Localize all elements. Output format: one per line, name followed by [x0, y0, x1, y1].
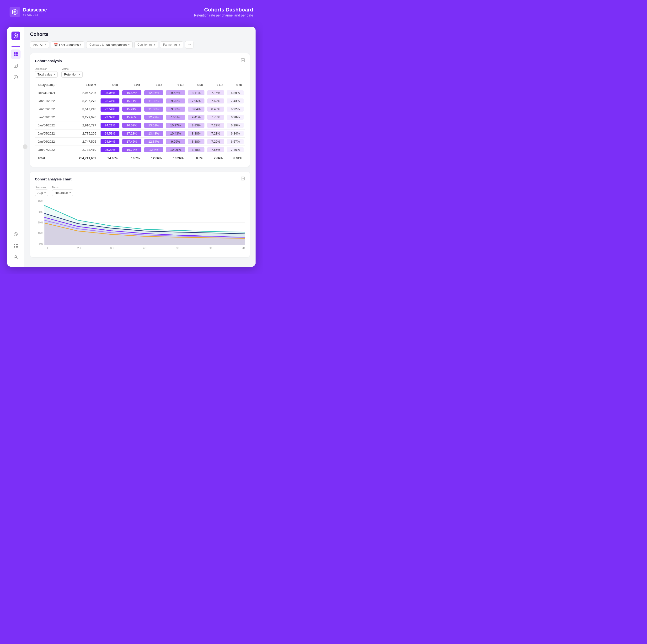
col-users[interactable]: ⇅Users: [68, 81, 99, 89]
cell-d2: 17.45%: [121, 138, 143, 146]
app-filter-arrow: ▾: [45, 44, 46, 46]
filter-bar: App All ▾ 📅 Last 3 Months ▾ Compare to N…: [30, 41, 250, 49]
svg-rect-12: [14, 244, 15, 245]
x-label-3d: 3D: [110, 247, 114, 252]
filter-partner[interactable]: Partner All ▾: [160, 41, 183, 48]
table-total-row: Total 284,711,669 24.65% 16.7% 12.66% 10…: [35, 154, 245, 162]
6d-sort-icon: ⇅: [216, 84, 218, 86]
sidebar-item-clock[interactable]: [11, 230, 20, 239]
y-label-20: 20%: [38, 221, 43, 224]
sidebar-item-game[interactable]: [11, 72, 20, 82]
col-1d[interactable]: ⇅1D: [99, 81, 121, 89]
dimension-select[interactable]: Total value ▾: [35, 71, 58, 78]
chart-metric-label: Metric: [52, 186, 73, 189]
chart-dimension-select[interactable]: App ▾: [35, 190, 48, 196]
filter-date[interactable]: 📅 Last 3 Months ▾: [51, 41, 84, 48]
chart-svg: [45, 200, 245, 245]
y-label-0: 0%: [39, 242, 43, 245]
filter-more[interactable]: ···: [185, 41, 194, 49]
cell-d7: 6.29%: [225, 121, 245, 130]
logo-text: Datascape by ADJUST: [23, 7, 47, 17]
cell-d5: 7.96%: [187, 97, 206, 105]
dimension-value: Total value: [38, 73, 52, 76]
partner-filter-label: Partner: [163, 43, 172, 46]
cell-d5: 9.41%: [187, 113, 206, 121]
cell-date: Jan/01/2022: [35, 97, 68, 105]
cell-d2: 16.73%: [121, 146, 143, 154]
filter-compare[interactable]: Compare to No comparison ▾: [86, 41, 132, 48]
filter-app[interactable]: App All ▾: [30, 41, 49, 48]
col-4d[interactable]: ⇅4D: [164, 81, 186, 89]
table-body: Dec/31/2021 2,947,235 25.04%16.55%12.07%…: [35, 89, 245, 162]
chart-x-axis: 1D 2D 3D 4D 5D 6D 7D: [45, 247, 245, 252]
cell-date: Jan/04/2022: [35, 121, 68, 130]
cohort-table-export-button[interactable]: [241, 58, 245, 64]
sidebar-item-signal[interactable]: [11, 218, 20, 228]
metric-label: Metric: [61, 67, 83, 70]
chart-svg-area: [45, 200, 245, 245]
filter-country[interactable]: Country All ▾: [135, 41, 158, 48]
total-d1: 24.65%: [99, 154, 121, 162]
col-date[interactable]: ⇅Day (Date) ↑: [35, 81, 68, 89]
cell-d5: 8.83%: [187, 121, 206, 130]
by-adjust: by ADJUST: [23, 13, 39, 16]
y-label-10: 10%: [38, 232, 43, 235]
cohort-chart-export-button[interactable]: [241, 176, 245, 182]
cell-d4: 9.62%: [164, 89, 186, 97]
users-sort-icon: ⇅: [85, 84, 87, 86]
dashboard-subtitle: Retention rate per channel and per date: [194, 13, 253, 17]
page-title: Cohorts: [30, 31, 250, 37]
cell-users: 3,297,273: [68, 97, 99, 105]
sidebar-item-grid[interactable]: [11, 241, 20, 250]
svg-rect-14: [14, 246, 15, 248]
cell-d7: 6.89%: [225, 89, 245, 97]
total-d4: 10.26%: [164, 154, 186, 162]
dimension-label: Dimension: [35, 67, 58, 70]
cell-d5: 8.38%: [187, 130, 206, 138]
sidebar-expand-button[interactable]: ›: [23, 144, 27, 149]
col-3d[interactable]: ⇅3D: [143, 81, 164, 89]
svg-rect-4: [14, 55, 15, 56]
cell-d2: 17.23%: [121, 130, 143, 138]
country-filter-value: All: [149, 43, 152, 47]
cell-d3: 13.48%: [143, 130, 164, 138]
cell-d6: 7.15%: [206, 89, 225, 97]
cohort-table-header: Cohort analysis: [35, 58, 245, 64]
compare-filter-arrow: ▾: [128, 44, 130, 46]
app-filter-label: App: [33, 43, 38, 46]
table-row: Jan/01/2022 3,297,273 23.41%15.11%11.36%…: [35, 97, 245, 105]
4d-sort-icon: ⇅: [177, 84, 179, 86]
col-6d[interactable]: ⇅6D: [206, 81, 225, 89]
total-d2: 16.7%: [121, 154, 143, 162]
sidebar-item-reports[interactable]: [11, 61, 20, 70]
sidebar: ›: [7, 27, 24, 267]
cell-d2: 15.11%: [121, 97, 143, 105]
cohort-table-title: Cohort analysis: [35, 59, 62, 63]
cell-d4: 10.97%: [164, 121, 186, 130]
header-right: Cohorts Dashboard Retention rate per cha…: [194, 7, 253, 17]
dimension-arrow-icon: ▾: [54, 73, 55, 76]
cell-d1: 25.23%: [99, 146, 121, 154]
y-label-30: 30%: [38, 210, 43, 213]
logo-icon: [10, 7, 20, 17]
table-header-row: ⇅Day (Date) ↑ ⇅Users ⇅1D ⇅2D ⇅3D ⇅4D ⇅5D…: [35, 81, 245, 89]
metric-select[interactable]: Retention ▾: [61, 71, 83, 78]
col-7d[interactable]: ⇅7D: [225, 81, 245, 89]
sidebar-item-cohorts[interactable]: [11, 50, 20, 59]
col-5d[interactable]: ⇅5D: [187, 81, 206, 89]
cohort-table-card: Cohort analysis Dimension Total value ▾: [30, 53, 250, 167]
cell-d4: 10.5%: [164, 113, 186, 121]
sidebar-item-user[interactable]: [11, 252, 20, 262]
total-d5: 8.8%: [187, 154, 206, 162]
cell-d7: 7.46%: [225, 146, 245, 154]
cell-date: Jan/05/2022: [35, 130, 68, 138]
cell-users: 2,775,206: [68, 130, 99, 138]
top-header: Datascape by ADJUST Cohorts Dashboard Re…: [0, 0, 263, 22]
chart-metric-select[interactable]: Retention ▾: [52, 190, 73, 196]
cell-d7: 6.28%: [225, 113, 245, 121]
2d-sort-icon: ⇅: [134, 84, 135, 86]
partner-filter-value: All: [174, 43, 177, 47]
col-2d[interactable]: ⇅2D: [121, 81, 143, 89]
metric-value: Retention: [64, 73, 77, 76]
cell-users: 2,747,505: [68, 138, 99, 146]
